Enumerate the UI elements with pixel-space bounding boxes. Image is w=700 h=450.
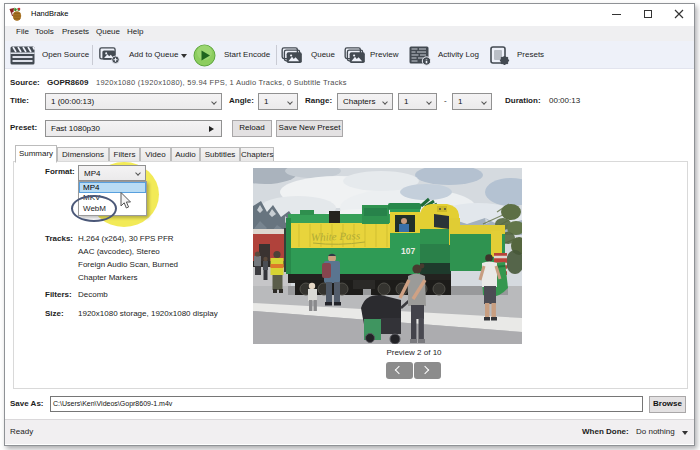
svg-text:107: 107 [401, 246, 415, 256]
svg-text:White Pass: White Pass [311, 229, 361, 243]
